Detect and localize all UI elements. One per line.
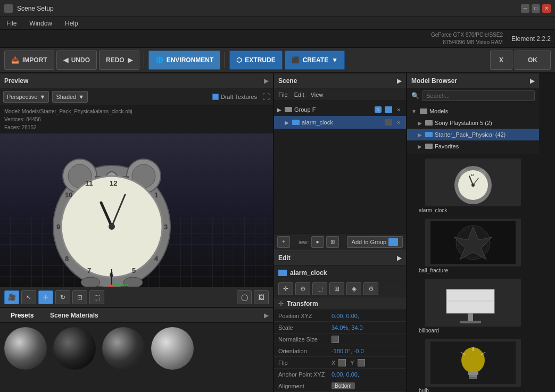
material-sphere-4[interactable]	[151, 327, 194, 370]
scene-view-grid[interactable]: ⊞	[326, 236, 339, 248]
minimize-button[interactable]: ─	[521, 4, 529, 13]
create-button[interactable]: ⬛ CREATE ▼	[285, 51, 345, 70]
camera-tool-button[interactable]: 🎥	[4, 290, 19, 304]
position-value[interactable]: 0.00, 0.00,	[332, 313, 402, 319]
menu-file[interactable]: File	[4, 19, 19, 28]
object-visibility-icon[interactable]	[385, 119, 392, 126]
viewport-image-tool[interactable]: 🖼	[254, 290, 269, 304]
redo-button[interactable]: REDO ▶	[99, 51, 139, 70]
viewport[interactable]: 12 1 3 4 5 6 7 8 9 10 11	[0, 134, 273, 287]
draft-textures-control[interactable]: Draft Textures	[212, 94, 257, 100]
group-label: Group F	[294, 106, 372, 113]
edit-expand-icon[interactable]: ▶	[397, 254, 402, 262]
menu-help[interactable]: Help	[63, 19, 80, 28]
scene-group-row[interactable]: ▶ Group F 1 ✕	[274, 103, 406, 116]
transform-icon: ✛	[278, 300, 284, 307]
material-sphere-3[interactable]	[102, 327, 145, 370]
scene-menu-file[interactable]: File	[278, 91, 288, 98]
menubar: File Window Help	[0, 17, 555, 30]
edit-tool-group[interactable]: ⊞	[329, 282, 344, 295]
edit-tool-settings[interactable]: ⚙	[363, 282, 378, 295]
rotate-tool-button[interactable]: ↻	[55, 290, 70, 304]
thumb-billboard-image	[425, 279, 521, 327]
menu-window[interactable]: Window	[27, 19, 54, 28]
thumb-billboard-label: billboard	[419, 328, 439, 333]
orientation-label: Orientation	[278, 348, 332, 354]
presets-header: Presets Scene Materials ▶	[0, 308, 273, 323]
svg-text:12: 12	[110, 179, 117, 187]
preview-expand-icon[interactable]: ▶	[264, 77, 269, 85]
mb-models-folder[interactable]: ▼ Models	[407, 105, 539, 117]
toolbar-divider-2	[225, 52, 225, 68]
cancel-label: X	[499, 56, 503, 64]
svg-point-23	[109, 223, 115, 230]
flip-y-checkbox[interactable]	[358, 359, 365, 366]
search-input[interactable]	[423, 90, 535, 101]
edit-tool-copy[interactable]: ⬚	[312, 282, 327, 295]
presets-expand-icon[interactable]: ▶	[264, 312, 269, 319]
mb-sony-folder[interactable]: ▶ Sony Playstation 5 (2)	[407, 117, 539, 129]
anchor-value[interactable]: 0.00, 0.00,	[332, 371, 402, 378]
import-button[interactable]: 📥 IMPORT	[4, 51, 54, 70]
object-close-icon[interactable]: ✕	[394, 118, 403, 127]
scale-tool-button[interactable]: ⊡	[72, 290, 87, 304]
tab-presets[interactable]: Presets	[4, 312, 40, 319]
scene-expand-icon[interactable]: ▶	[397, 77, 402, 85]
undo-button[interactable]: ◀ UNDO	[56, 51, 97, 70]
tab-scene-materials[interactable]: Scene Materials	[44, 312, 105, 319]
close-button[interactable]: ✕	[542, 4, 551, 13]
select-tool-button[interactable]: ↖	[21, 290, 36, 304]
extrude-button[interactable]: ⬡ EXTRUDE	[229, 51, 282, 70]
alignment-button[interactable]: Bottom	[332, 382, 355, 389]
normalize-checkbox[interactable]	[332, 336, 339, 343]
element-version: Element 2.2.2	[511, 35, 551, 43]
mirror-tool-button[interactable]: ⬚	[89, 290, 104, 304]
environment-button[interactable]: 🌐 ENVIRONMENT	[148, 51, 221, 70]
vram-info: 875/4096 MB Video RAM	[431, 39, 503, 46]
scene-menu-view[interactable]: View	[311, 91, 324, 98]
orientation-value[interactable]: -180.0°, -0.0	[332, 348, 402, 354]
maximize-button[interactable]: □	[532, 4, 540, 13]
cancel-button[interactable]: X	[490, 51, 512, 70]
draft-textures-checkbox[interactable]	[212, 94, 219, 100]
thumb-bulb[interactable]: bulb	[409, 337, 537, 392]
model-browser-expand-icon[interactable]: ▶	[530, 77, 535, 85]
viewport-expand-button[interactable]: ⛶	[262, 93, 270, 101]
ok-button[interactable]: OK	[515, 51, 551, 70]
scene-menu-edit[interactable]: Edit	[294, 91, 304, 98]
perspective-dropdown[interactable]: Perspective ▼	[3, 91, 49, 103]
preview-panel: Preview ▶ Perspective ▼ Shaded ▼ Draft T…	[0, 73, 274, 392]
mb-starter-folder[interactable]: ▶ Starter_Pack_Physical (42)	[407, 129, 539, 140]
edit-tool-rotate[interactable]: ⚙	[295, 282, 310, 295]
mb-favorites-folder[interactable]: ▶ Favorites	[407, 140, 539, 152]
svg-rect-40	[446, 289, 494, 313]
svg-rect-48	[469, 377, 477, 379]
thumb-billboard[interactable]: billboard	[409, 277, 537, 336]
thumb-ball-fracture-label: ball_fracture	[419, 268, 448, 273]
scene-view-sphere[interactable]: ●	[311, 236, 324, 248]
material-sphere-1[interactable]	[4, 327, 47, 370]
material-sphere-2[interactable]	[53, 327, 96, 370]
thumb-alarm-clock[interactable]: 12 alarm_clock	[409, 156, 537, 215]
edit-tool-move[interactable]: ✛	[278, 282, 293, 295]
anchor-row: Anchor Point XYZ 0.00, 0.00,	[274, 369, 406, 380]
group-visibility-icon[interactable]	[385, 106, 392, 113]
edit-folder-icon	[278, 270, 287, 276]
flip-x-checkbox[interactable]	[338, 359, 346, 366]
group-expand-arrow[interactable]: ▶	[277, 107, 281, 113]
scene-tool-1[interactable]: +	[277, 236, 290, 248]
shading-dropdown[interactable]: Shaded ▼	[52, 91, 88, 103]
add-to-group-button[interactable]: Add to Group	[347, 236, 403, 248]
scene-object-row[interactable]: ▶ alarm_clock ✕	[274, 116, 406, 129]
orientation-row: Orientation -180.0°, -0.0	[274, 345, 406, 357]
group-close-icon[interactable]: ✕	[394, 105, 403, 114]
thumb-ball-fracture[interactable]: ball_fracture	[409, 216, 537, 276]
scale-value[interactable]: 34.0%, 34.0	[332, 324, 402, 331]
object-expand-arrow[interactable]: ▶	[285, 120, 289, 126]
viewport-circle-tool[interactable]: ◯	[237, 290, 252, 304]
alignment-value: Bottom	[335, 383, 352, 389]
move-tool-button[interactable]: ✛	[38, 290, 53, 304]
scene-bottom-toolbar: + iew: ● ⊞ Add to Group	[274, 233, 406, 250]
edit-tool-material[interactable]: ◈	[346, 282, 361, 295]
edit-header: Edit ▶	[274, 251, 406, 265]
